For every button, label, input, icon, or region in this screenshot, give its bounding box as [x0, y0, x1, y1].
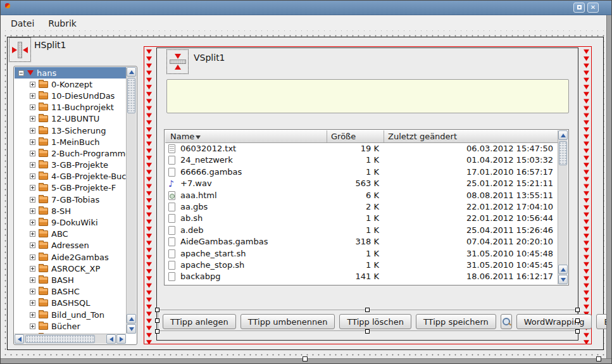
tree-vertical-scrollbar[interactable] — [126, 67, 136, 334]
tree-item[interactable]: BASHC — [15, 286, 126, 298]
expand-expander-icon[interactable] — [30, 139, 35, 145]
resize-handle[interactable] — [575, 308, 580, 312]
expand-expander-icon[interactable] — [30, 82, 35, 87]
expand-expander-icon[interactable] — [30, 289, 35, 294]
scroll-up-button-2[interactable] — [558, 265, 568, 274]
ttipp-button[interactable]: TTipp löschen — [339, 314, 411, 329]
tree-item[interactable]: 2-Buch-Programme — [15, 147, 126, 159]
expand-expander-icon[interactable] — [30, 254, 35, 260]
resize-handle[interactable] — [575, 329, 580, 334]
column-header-modified[interactable]: Zuletzt geändert — [388, 132, 457, 141]
expand-expander-icon[interactable] — [30, 116, 35, 122]
file-row[interactable]: aa.gbs 2 K 22.01.2012 17:04:10 — [165, 201, 557, 213]
file-row[interactable]: AideGambas.gambas 318 K 07.04.2011 20:20… — [165, 236, 557, 248]
expand-expander-icon[interactable] — [30, 220, 35, 225]
resize-handle[interactable] — [365, 308, 370, 312]
tree-item[interactable]: BASH — [15, 274, 126, 286]
file-row[interactable]: apache_stop.sh 1 K 31.05.2010 10:45:45 — [165, 260, 557, 271]
file-list[interactable]: Name Größe Zuletzt geändert 06032012.txt… — [164, 129, 569, 286]
resize-handle[interactable] — [365, 329, 370, 334]
expand-expander-icon[interactable] — [30, 128, 35, 134]
expand-expander-icon[interactable] — [30, 312, 35, 318]
scroll-left-button-2[interactable] — [106, 334, 116, 344]
file-row[interactable]: backabpg 141 K 18.06.2011 16:12:17 — [165, 271, 557, 282]
expand-expander-icon[interactable] — [30, 93, 35, 99]
tree-item[interactable]: BASHSQL — [15, 298, 126, 309]
expand-expander-icon[interactable] — [30, 151, 35, 156]
tree-item[interactable]: 13-Sicherung — [15, 125, 126, 136]
tooltip-text-area[interactable] — [166, 79, 569, 113]
tree-item[interactable]: ABC — [15, 229, 126, 240]
tree-horizontal-scrollbar[interactable] — [15, 334, 126, 344]
expand-expander-icon[interactable] — [30, 104, 35, 110]
scroll-up-button[interactable] — [558, 130, 568, 140]
scroll-up-button-2[interactable] — [127, 314, 136, 323]
expand-expander-icon[interactable] — [30, 185, 35, 191]
column-header-size[interactable]: Größe — [331, 132, 356, 141]
tree-item[interactable]: Bücher — [15, 320, 126, 332]
form-resize-handle-corner[interactable] — [596, 356, 601, 361]
expand-expander-icon[interactable] — [30, 173, 35, 179]
resize-handle[interactable] — [155, 308, 159, 312]
file-row[interactable]: 24_netzwerk 1 K 01.04.2012 15:03:32 — [165, 154, 557, 166]
scroll-down-button[interactable] — [558, 275, 568, 284]
expand-expander-icon[interactable] — [30, 242, 35, 248]
vsplit-drag-handle[interactable] — [166, 49, 189, 74]
file-list-scrollbar[interactable] — [558, 130, 568, 284]
search-button[interactable] — [501, 314, 512, 329]
tree-scroll-thumb[interactable] — [127, 78, 135, 113]
expand-expander-icon[interactable] — [30, 277, 35, 283]
file-row[interactable]: 06032012.txt 19 K 06.03.2012 15:47:50 — [165, 143, 557, 154]
file-row[interactable]: a.deb 1 K 25.04.2011 15:26:46 — [165, 225, 557, 236]
ttipp-button[interactable]: TTipp speichern — [416, 314, 496, 329]
scroll-left-button[interactable] — [15, 334, 24, 344]
tree-item[interactable]: 9-DokuWiki — [15, 217, 126, 228]
tree-item[interactable]: 12-UBUNTU — [15, 113, 126, 125]
column-header-name[interactable]: Name — [170, 132, 194, 141]
tree-item[interactable]: 1-MeinBuch — [15, 136, 126, 147]
tree-item[interactable]: 10-DiesUndDas — [15, 90, 126, 101]
form-resize-handle-bottom[interactable] — [303, 356, 308, 361]
scroll-up-button[interactable] — [127, 67, 136, 77]
expand-expander-icon[interactable] — [30, 323, 35, 329]
tree-item[interactable]: 0-Konzept — [15, 78, 126, 90]
tree-item[interactable]: 8-SH — [15, 205, 126, 217]
tree-item[interactable]: 5-GB-Projekte-F — [15, 182, 126, 194]
file-row[interactable]: ab.sh 1 K 22.01.2012 10:56:44 — [165, 213, 557, 224]
action-button[interactable]: WordWrapping — [516, 314, 592, 329]
expand-expander-icon[interactable] — [30, 266, 35, 272]
tree-root-row[interactable]: hans — [15, 67, 126, 78]
expand-expander-icon[interactable] — [30, 197, 35, 203]
expand-expander-icon[interactable] — [30, 208, 35, 214]
tree-item[interactable]: Bild_und_Ton — [15, 309, 126, 320]
tree-hscroll-thumb[interactable] — [25, 335, 95, 343]
tree-item[interactable]: 3-GB-Projekte — [15, 160, 126, 171]
tree-item[interactable]: Adressen — [15, 240, 126, 251]
collapse-expander-icon[interactable] — [18, 70, 24, 76]
scroll-down-button[interactable] — [127, 324, 136, 334]
file-row[interactable]: apache_start.sh 1 K 31.05.2010 10:45:48 — [165, 248, 557, 260]
scroll-right-button[interactable] — [116, 334, 126, 344]
resize-handle[interactable] — [155, 318, 159, 323]
ttipp-button[interactable]: TTipp anlegen — [163, 314, 236, 329]
menu-rubrik[interactable]: Rubrik — [42, 17, 82, 30]
resize-handle[interactable] — [155, 329, 159, 334]
expand-expander-icon[interactable] — [30, 231, 35, 237]
tree-item[interactable]: ASROCK_XP — [15, 263, 126, 274]
file-row[interactable]: aaa.html 6 K 08.08.2011 13:55:11 — [165, 190, 557, 201]
tree-item[interactable]: 7-GB-Tobias — [15, 194, 126, 205]
menu-datei[interactable]: Datei — [5, 17, 40, 30]
tree-item[interactable]: Aide2Gambas — [15, 251, 126, 263]
file-list-scroll-thumb[interactable] — [559, 141, 567, 165]
close-button[interactable]: ✕ — [587, 3, 599, 13]
tree-item[interactable]: 4-GB-Projekte-Buch — [15, 171, 126, 182]
expand-expander-icon[interactable] — [30, 162, 35, 168]
tree-item[interactable]: 11-Buchprojekt — [15, 102, 126, 113]
maximize-button[interactable] — [573, 3, 585, 13]
resize-handle[interactable] — [575, 318, 580, 323]
file-row[interactable]: 66666.gambas 1 K 17.01.2010 16:57:17 — [165, 166, 557, 178]
ttipp-button[interactable]: TTipp umbenennen — [240, 314, 335, 329]
hsplit-drag-handle[interactable] — [9, 37, 31, 62]
folder-tree[interactable]: hans 0-Konzept 10-DiesUndDas — [13, 66, 137, 345]
file-row[interactable]: ♪ +7.wav 563 K 25.01.2012 15:21:11 — [165, 178, 557, 189]
